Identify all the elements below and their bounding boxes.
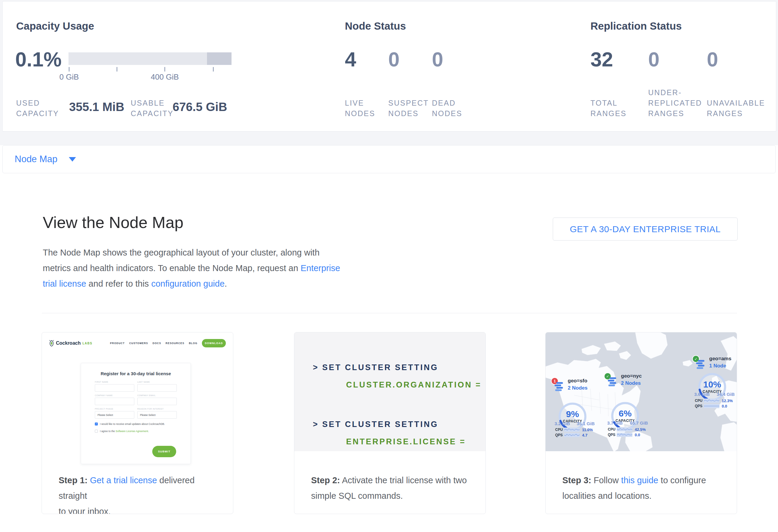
- cockroach-labs-logo: Cockroach LABS: [49, 340, 92, 347]
- cpu-sparkline: [704, 398, 719, 403]
- cluster-overview-page: Capacity Usage 0.1% 0 GiB 400 GiB USED C…: [0, 0, 778, 532]
- db-stack-icon: [696, 360, 706, 369]
- sql-line-1: > SET CLUSTER SETTING: [313, 363, 438, 372]
- axis-tick: [116, 67, 117, 72]
- last-name-input[interactable]: [137, 384, 177, 392]
- field-label-company-name: COMPANY NAME: [95, 394, 134, 396]
- section-divider: [42, 313, 737, 313]
- usable-capacity-label: USABLE CAPACITY: [131, 87, 174, 119]
- replication-status-title: Replication Status: [591, 20, 682, 32]
- email-updates-checkbox[interactable]: ✓: [95, 423, 98, 426]
- suspect-nodes-value: 0: [388, 49, 400, 70]
- nav-item-blog[interactable]: BLOG: [189, 342, 198, 345]
- sql-line-2: CLUSTER.ORGANIZATION =: [346, 380, 482, 390]
- step2-caption: Step 2: Activate the trial license with …: [311, 472, 473, 504]
- nav-item-product[interactable]: PRODUCT: [110, 342, 125, 345]
- get-enterprise-trial-button[interactable]: GET A 30-DAY ENTERPRISE TRIAL: [553, 218, 737, 241]
- trial-license-form: Register for a 30-day trial license FIRS…: [81, 363, 191, 464]
- total-ranges-label: TOTAL RANGES: [591, 87, 629, 119]
- field-label-reason: REASON FOR INTEREST: [137, 408, 177, 410]
- unavailable-ranges-value: 0: [707, 49, 718, 70]
- axis-tick: [69, 67, 69, 72]
- used-capacity-label: USED CAPACITY: [16, 87, 57, 119]
- first-name-input[interactable]: [95, 384, 134, 392]
- axis-label-0gib: 0 GiB: [45, 72, 93, 82]
- company-name-input[interactable]: [95, 398, 134, 405]
- axis-label-400gib: 400 GiB: [141, 72, 189, 82]
- brand-suffix: LABS: [83, 342, 92, 345]
- capacity-used-percent: 0.1%: [15, 49, 62, 70]
- under-replicated-ranges-value: 0: [648, 49, 659, 70]
- dead-nodes-label: DEAD NODES: [432, 87, 465, 119]
- total-ranges-value: 32: [591, 49, 613, 70]
- enterprise-trial-license-link[interactable]: Enterprise: [301, 263, 340, 273]
- dead-nodes-value: 0: [432, 49, 443, 70]
- live-nodes-value: 4: [345, 49, 356, 70]
- capacity-usage-title: Capacity Usage: [16, 20, 94, 32]
- node-status-title: Node Status: [345, 20, 406, 32]
- download-button[interactable]: DOWNLOAD: [202, 339, 226, 348]
- map-node-ams: ✓ geo=ams 1 Node 10% CAPACITY 3.6 GiB 34…: [546, 332, 737, 451]
- field-label-company-email: COMPANY EMAIL: [137, 394, 177, 396]
- project-phase-select[interactable]: Please Select: [95, 411, 134, 419]
- license-agreement-checkbox-label: I agree to the Software License Agreemen…: [100, 429, 149, 433]
- capacity-bar: [69, 52, 232, 65]
- intro-paragraph: The Node Map shows the geographical layo…: [43, 245, 342, 291]
- field-label-project-phase: PROJECT PHASE: [95, 408, 134, 410]
- under-replicated-ranges-label: UNDER-REPLICATED RANGES: [648, 87, 702, 119]
- node-map-preview: 1 geo=sfo 2 Nodes 9% CAPACITY 3.2 GiB 35…: [546, 332, 737, 451]
- step3-card: 1 geo=sfo 2 Nodes 9% CAPACITY 3.2 GiB 35…: [545, 332, 737, 514]
- qps-sparkline: [704, 404, 719, 408]
- submit-button[interactable]: SUBMIT: [152, 446, 176, 457]
- form-title: Register for a 30-day trial license: [81, 371, 190, 376]
- sql-line-4: ENTERPRISE.LICENSE =: [346, 437, 466, 446]
- step1-card: Cockroach LABS PRODUCT CUSTOMERS DOCS RE…: [42, 332, 233, 514]
- live-nodes-label: LIVE NODES: [345, 87, 378, 119]
- sql-snippet: > SET CLUSTER SETTING CLUSTER.ORGANIZATI…: [294, 332, 486, 451]
- reason-select[interactable]: Please Select: [137, 411, 177, 419]
- step2-card: > SET CLUSTER SETTING CLUSTER.ORGANIZATI…: [294, 332, 486, 514]
- axis-tick: [164, 67, 165, 72]
- used-capacity-value: 355.1 MiB: [69, 100, 125, 114]
- intro-line1: The Node Map shows the geographical layo…: [43, 248, 319, 257]
- usable-capacity-value: 676.5 GiB: [173, 100, 227, 114]
- license-agreement-checkbox[interactable]: [95, 430, 98, 433]
- configuration-guide-link[interactable]: configuration guide: [151, 279, 225, 289]
- unavailable-ranges-label: UNAVAILABLE RANGES: [707, 87, 770, 119]
- mini-site-nav: PRODUCT CUSTOMERS DOCS RESOURCES BLOG DO…: [110, 339, 226, 348]
- axis-tick: [213, 67, 214, 72]
- capacity-bar-nonusable-segment: [207, 52, 232, 65]
- page-title: View the Node Map: [43, 213, 183, 232]
- get-trial-license-link[interactable]: Get a trial license: [90, 475, 157, 485]
- step1-caption: Step 1: Get a trial license delivered st…: [59, 472, 221, 514]
- step3-caption: Step 3: Follow this guide to configure l…: [562, 472, 725, 504]
- view-selector-label: Node Map: [15, 154, 58, 165]
- nav-item-resources[interactable]: RESOURCES: [166, 342, 184, 345]
- cockroach-logo-icon: [49, 340, 54, 347]
- intro-line3: and refer to this: [86, 279, 151, 289]
- nav-item-docs[interactable]: DOCS: [153, 342, 161, 345]
- intro-line2: metrics and health indicators. To enable…: [43, 263, 301, 273]
- this-guide-link[interactable]: this guide: [621, 475, 658, 485]
- sql-line-3: > SET CLUSTER SETTING: [313, 420, 438, 429]
- field-label-first-name: FIRST NAME: [95, 381, 134, 383]
- enterprise-trial-license-link[interactable]: trial license: [43, 279, 86, 289]
- get-enterprise-trial-button-label: GET A 30-DAY ENTERPRISE TRIAL: [570, 224, 720, 234]
- field-label-last-name: LAST NAME: [137, 381, 177, 383]
- view-selector-dropdown[interactable]: Node Map: [2, 145, 776, 173]
- nav-item-customers[interactable]: CUSTOMERS: [129, 342, 148, 345]
- brand-name: Cockroach: [56, 340, 81, 346]
- email-updates-checkbox-label: I would like to receive email updates ab…: [100, 422, 165, 426]
- mini-site-header: Cockroach LABS PRODUCT CUSTOMERS DOCS RE…: [42, 336, 233, 350]
- company-email-input[interactable]: [137, 398, 177, 405]
- cluster-summary-panel: Capacity Usage 0.1% 0 GiB 400 GiB USED C…: [2, 1, 776, 132]
- suspect-nodes-label: SUSPECT NODES: [388, 87, 425, 119]
- chevron-down-icon: [69, 157, 76, 162]
- software-license-agreement-link[interactable]: Software License Agreement.: [115, 430, 149, 433]
